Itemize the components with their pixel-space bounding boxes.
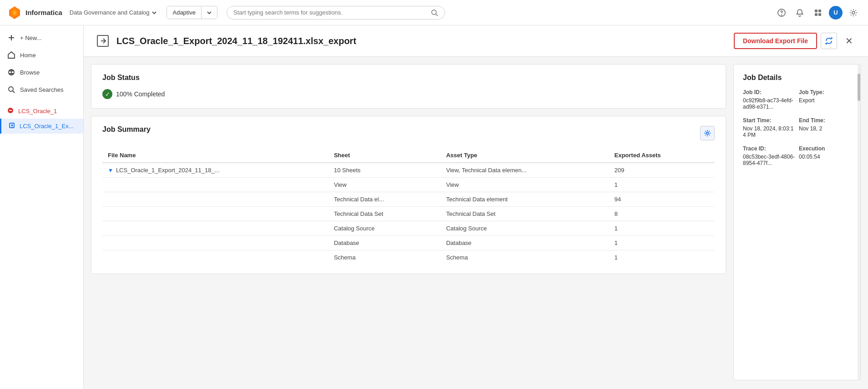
sidebar-browse-label: Browse	[20, 69, 40, 76]
cell-sheet: 10 Sheets	[328, 163, 441, 178]
col-file-name: File Name	[102, 148, 328, 163]
start-time-value: Nov 18, 2024, 8:03:14 PM	[743, 125, 795, 138]
cell-asset-type: Schema	[441, 250, 609, 265]
table-row: DatabaseDatabase1	[102, 236, 715, 250]
status-check-icon: ✓	[102, 89, 112, 99]
page-export-icon	[95, 33, 111, 49]
sidebar-saved-searches-label: Saved Searches	[20, 86, 63, 93]
svg-rect-9	[815, 13, 818, 16]
sidebar-item-home[interactable]: Home	[0, 46, 83, 64]
org-name-label: Adaptive	[167, 6, 201, 19]
job-status-text: 100% Completed	[116, 90, 165, 98]
close-button[interactable]: ✕	[841, 33, 857, 49]
job-type-item: Job Type: Export	[799, 89, 851, 110]
search-input[interactable]	[233, 9, 427, 16]
job-id-label: Job ID:	[743, 89, 795, 95]
job-status-card: Job Status ✓ 100% Completed	[91, 64, 726, 109]
page-header: LCS_Oracle_1_Export_2024_11_18_192411.xl…	[84, 25, 868, 57]
right-panel-scrollbar[interactable]	[858, 65, 860, 380]
org-dropdown-button[interactable]	[201, 7, 217, 19]
table-row: ViewView1	[102, 178, 715, 192]
svg-point-6	[782, 15, 782, 15]
sidebar-item-lcs-export[interactable]: LCS_Oracle_1_Ex...	[0, 119, 83, 134]
svg-point-26	[707, 132, 709, 135]
cell-file-name	[102, 192, 328, 207]
sidebar-new-label: + New...	[20, 35, 41, 41]
content-area: Job Status ✓ 100% Completed Job Summary	[84, 57, 868, 388]
table-row: ▼LCS_Oracle_1_Export_2024_11_18_...10 Sh…	[102, 163, 715, 178]
start-time-item: Start Time: Nov 18, 2024, 8:03:14 PM	[743, 117, 795, 138]
sidebar-item-lcs-oracle[interactable]: LCS_Oracle_1	[0, 104, 83, 119]
page-title: LCS_Oracle_1_Export_2024_11_18_192411.xl…	[116, 36, 356, 46]
cell-file-name	[102, 207, 328, 221]
logo-area: Informatica	[7, 5, 62, 20]
table-row: Technical Data el...Technical Data eleme…	[102, 192, 715, 207]
execution-item: Execution 00:05:54	[799, 145, 851, 166]
svg-rect-8	[818, 10, 821, 12]
nav-settings-icon[interactable]	[846, 5, 861, 20]
refresh-button[interactable]	[821, 33, 837, 49]
cell-asset-type: Database	[441, 236, 609, 250]
module-name: Data Governance and Catalog	[70, 9, 150, 16]
lcs-oracle-icon	[7, 107, 14, 115]
table-row: SchemaSchema1	[102, 250, 715, 265]
informatica-logo-icon	[7, 5, 22, 20]
job-id-item: Job ID: 0c92f9b8-ac73-4efd-ad98-e371...	[743, 89, 795, 110]
cell-sheet: View	[328, 178, 441, 192]
summary-settings-button[interactable]	[700, 126, 715, 140]
browse-icon	[7, 68, 15, 76]
job-type-value: Export	[799, 97, 851, 104]
search-icon	[431, 9, 438, 16]
expand-chevron-icon[interactable]: ▼	[108, 167, 113, 174]
job-summary-table-scroll[interactable]: File Name Sheet Asset Type Exported Asse…	[102, 148, 715, 264]
job-summary-card: Job Summary File Name	[91, 116, 726, 274]
job-details-title: Job Details	[743, 74, 851, 82]
sidebar-item-new[interactable]: + New...	[0, 29, 83, 46]
svg-point-16	[9, 87, 13, 91]
cell-sheet: Schema	[328, 250, 441, 265]
cell-sheet: Technical Data el...	[328, 192, 441, 207]
cell-asset-type: View	[441, 178, 609, 192]
svg-line-4	[436, 14, 438, 16]
svg-point-3	[432, 10, 436, 15]
home-icon	[7, 51, 15, 59]
job-status-row: ✓ 100% Completed	[102, 89, 715, 99]
cell-file-name	[102, 236, 328, 250]
nav-help-icon[interactable]	[774, 5, 789, 20]
execution-value: 00:05:54	[799, 154, 851, 160]
main-layout: + New... Home Browse	[0, 25, 868, 389]
job-id-value: 0c92f9b8-ac73-4efd-ad98-e371...	[743, 97, 795, 110]
nav-apps-icon[interactable]	[811, 5, 825, 20]
page-title-area: LCS_Oracle_1_Export_2024_11_18_192411.xl…	[95, 33, 356, 49]
end-time-value: Nov 18, 2	[799, 125, 851, 132]
cell-sheet: Technical Data Set	[328, 207, 441, 221]
top-nav: Informatica Data Governance and Catalog …	[0, 0, 868, 25]
svg-rect-7	[815, 10, 818, 12]
cell-asset-type: Technical Data element	[441, 192, 609, 207]
sidebar-item-saved-searches[interactable]: Saved Searches	[0, 81, 83, 98]
app-name-label: Informatica	[25, 9, 62, 16]
saved-searches-icon	[7, 85, 15, 94]
global-search-bar[interactable]	[227, 6, 445, 20]
cell-exported-assets: 1	[609, 221, 715, 236]
cell-file-name	[102, 221, 328, 236]
cell-exported-assets: 1	[609, 250, 715, 265]
cell-exported-assets: 8	[609, 207, 715, 221]
cell-asset-type: Catalog Source	[441, 221, 609, 236]
user-avatar[interactable]: U	[829, 6, 843, 20]
nav-bell-icon[interactable]	[792, 5, 807, 20]
download-export-button[interactable]: Download Export File	[734, 33, 817, 49]
cell-sheet: Catalog Source	[328, 221, 441, 236]
table-row: Technical Data SetTechnical Data Set8	[102, 207, 715, 221]
org-selector[interactable]: Adaptive	[167, 6, 217, 19]
cell-asset-type: Technical Data Set	[441, 207, 609, 221]
col-asset-type: Asset Type	[441, 148, 609, 163]
lcs-export-icon	[9, 122, 15, 130]
nav-icons: U	[774, 5, 861, 20]
sidebar-item-browse[interactable]: Browse	[0, 64, 83, 81]
col-sheet: Sheet	[328, 148, 441, 163]
trace-id-value: 08c53bec-3edf-4806-8954-477f...	[743, 154, 795, 166]
svg-rect-10	[818, 13, 821, 16]
module-selector[interactable]: Data Governance and Catalog	[70, 9, 158, 16]
scrollbar-thumb	[858, 74, 860, 101]
